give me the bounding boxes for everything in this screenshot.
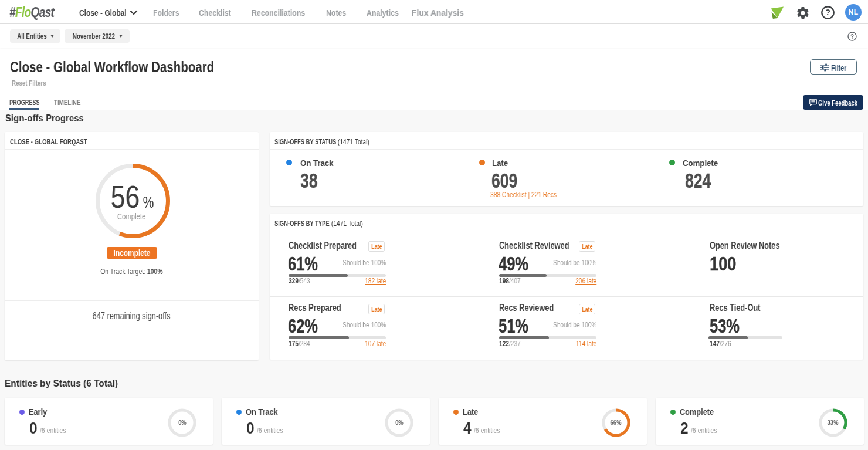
svg-text:?: ? xyxy=(825,8,830,17)
svg-text:?: ? xyxy=(850,33,854,40)
